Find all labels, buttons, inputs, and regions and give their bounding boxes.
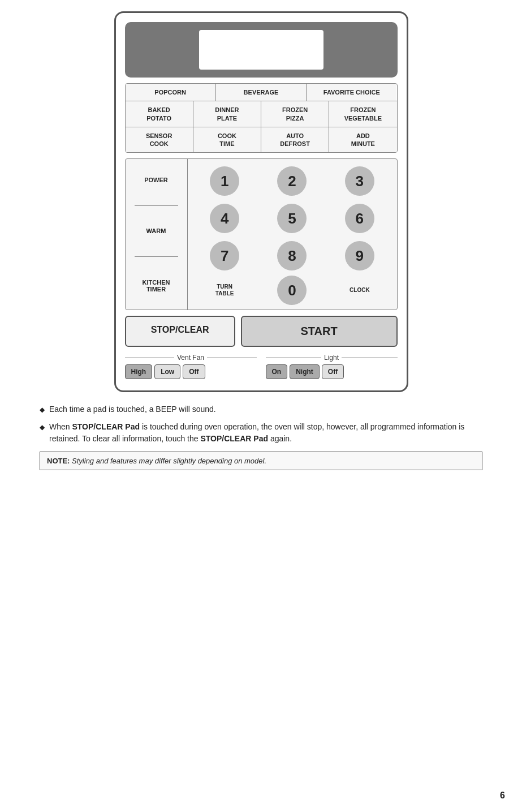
num-4-btn[interactable]: 4 xyxy=(195,204,254,233)
light-buttons: On Night Off xyxy=(266,364,398,379)
btn-row-3: SENSORCOOK COOKTIME AUTODEFROST ADDMINUT… xyxy=(126,127,397,153)
dinner-plate-button[interactable]: DINNERPLATE xyxy=(193,101,261,127)
num-2-btn[interactable]: 2 xyxy=(262,166,322,196)
light-off-button[interactable]: Off xyxy=(322,364,344,379)
frozen-pizza-button[interactable]: FROZENPIZZA xyxy=(261,101,329,127)
bullet-item-2: ◆ When STOP/CLEAR Pad is touched during … xyxy=(40,421,482,445)
auto-defrost-button[interactable]: AUTODEFROST xyxy=(261,127,329,153)
numpad-grid: 1 2 3 4 5 6 7 8 9 xyxy=(192,164,392,273)
display-section xyxy=(125,22,398,78)
clock-label: CLOCK xyxy=(350,287,370,294)
light-label-row: Light xyxy=(266,354,398,362)
num-0-btn[interactable]: 0 xyxy=(260,276,325,305)
numpad-wrapper: 1 2 3 4 5 6 7 8 9 TURNTABLE 0 xyxy=(188,159,397,310)
bullet-diamond-1: ◆ xyxy=(40,405,45,415)
start-button[interactable]: START xyxy=(241,316,398,347)
action-row: STOP/CLEAR START xyxy=(125,316,398,347)
note-text: Styling and features may differ slightly… xyxy=(72,457,266,465)
page-number: 6 xyxy=(500,790,505,801)
vent-fan-label-row: Vent Fan xyxy=(125,354,257,362)
num-9-btn[interactable]: 9 xyxy=(330,241,389,270)
num-3-btn[interactable]: 3 xyxy=(330,166,389,196)
light-label: Light xyxy=(324,354,339,362)
left-labels: POWER WARM KITCHENTIMER xyxy=(126,159,188,310)
beverage-button[interactable]: BEVERAGE xyxy=(216,84,307,101)
microwave-panel: POPCORN BEVERAGE FAVORITE CHOICE BAKEDPO… xyxy=(114,11,408,392)
cook-time-button[interactable]: COOKTIME xyxy=(193,127,261,153)
bottom-content: ◆ Each time a pad is touched, a BEEP wil… xyxy=(34,403,488,470)
num-8-btn[interactable]: 8 xyxy=(262,241,322,270)
controls-row: Vent Fan High Low Off Light On N xyxy=(125,354,398,379)
light-on-button[interactable]: On xyxy=(266,364,288,379)
light-night-button[interactable]: Night xyxy=(290,364,320,379)
vent-high-button[interactable]: High xyxy=(125,364,153,379)
power-label: POWER xyxy=(130,173,183,187)
sensor-cook-button[interactable]: SENSORCOOK xyxy=(126,127,193,153)
note-box: NOTE: Styling and features may differ sl… xyxy=(40,452,482,470)
top-button-grid: POPCORN BEVERAGE FAVORITE CHOICE BAKEDPO… xyxy=(125,83,398,153)
numpad-bottom-row: TURNTABLE 0 CLOCK xyxy=(192,276,392,305)
num-1-btn[interactable]: 1 xyxy=(195,166,254,196)
warm-label: WARM xyxy=(130,224,183,238)
btn-row-2: BAKEDPOTATO DINNERPLATE FROZENPIZZA FROZ… xyxy=(126,101,397,127)
kitchen-timer-label: KITCHENTIMER xyxy=(130,276,183,296)
favorite-choice-button[interactable]: FAVORITE CHOICE xyxy=(307,84,396,101)
main-control: POWER WARM KITCHENTIMER 1 2 3 4 5 6 7 8 … xyxy=(125,158,398,310)
popcorn-button[interactable]: POPCORN xyxy=(126,84,216,101)
display-screen xyxy=(199,30,323,70)
note-label: NOTE: xyxy=(47,457,70,465)
bullet-text-1: Each time a pad is touched, a BEEP will … xyxy=(49,403,216,415)
vent-fan-group: Vent Fan High Low Off xyxy=(125,354,257,379)
add-minute-button[interactable]: ADDMINUTE xyxy=(329,127,396,153)
num-6-btn[interactable]: 6 xyxy=(330,204,389,233)
stop-clear-button[interactable]: STOP/CLEAR xyxy=(125,316,235,347)
bullet-item-1: ◆ Each time a pad is touched, a BEEP wil… xyxy=(40,403,482,415)
vent-off-button[interactable]: Off xyxy=(183,364,205,379)
stop-clear-bold-2: STOP/CLEAR Pad xyxy=(200,434,268,443)
baked-potato-button[interactable]: BAKEDPOTATO xyxy=(126,101,193,127)
num-7-btn[interactable]: 7 xyxy=(195,241,254,270)
bullet-text-2: When STOP/CLEAR Pad is touched during ov… xyxy=(49,421,482,445)
frozen-vegetable-button[interactable]: FROZENVEGETABLE xyxy=(329,101,396,127)
vent-fan-label: Vent Fan xyxy=(177,354,204,362)
num-5-btn[interactable]: 5 xyxy=(262,204,322,233)
bullet-diamond-2: ◆ xyxy=(40,422,45,445)
stop-clear-bold-1: STOP/CLEAR Pad xyxy=(72,422,140,431)
vent-low-button[interactable]: Low xyxy=(154,364,180,379)
light-group: Light On Night Off xyxy=(266,354,398,379)
turn-table-label: TURNTABLE xyxy=(215,283,234,297)
vent-fan-buttons: High Low Off xyxy=(125,364,257,379)
btn-row-1: POPCORN BEVERAGE FAVORITE CHOICE xyxy=(126,84,397,101)
